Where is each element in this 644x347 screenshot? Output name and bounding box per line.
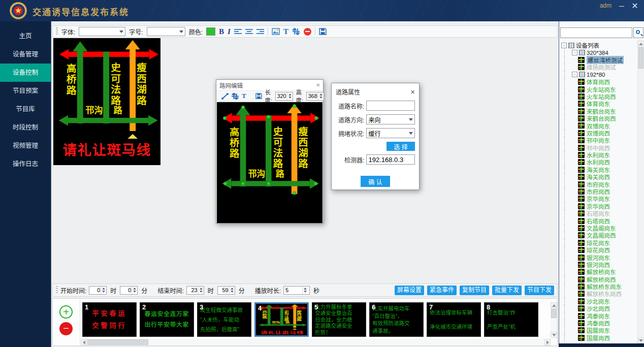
device-tree-item[interactable]: 银河岗西: [564, 261, 637, 268]
dialog-close-icon[interactable]: ×: [410, 88, 415, 96]
spinner-arrows[interactable]: [229, 287, 235, 294]
sign-preview-canvas[interactable]: 高桥路史可法路瘦西湖路邗沟路请礼让斑马线: [53, 38, 160, 165]
spinner-arrows[interactable]: [132, 287, 137, 294]
device-tree-item[interactable]: 市府岗西: [564, 188, 637, 195]
sidebar-item-8[interactable]: 操作日志: [0, 155, 51, 173]
device-tree-item[interactable]: 螺丝湾桥测试: [564, 56, 637, 64]
device-tree-item[interactable]: 解放桥东岗西: [564, 290, 637, 297]
tree-row[interactable]: -320*384: [564, 49, 637, 56]
collapse-icon[interactable]: -: [561, 43, 567, 48]
road-properties-titlebar[interactable]: 道路属性 ×: [336, 86, 415, 97]
device-tree-item[interactable]: 国展岗西: [564, 334, 637, 341]
action-button-1[interactable]: 屏幕设置: [395, 286, 424, 295]
device-tree-scrollbar[interactable]: [637, 41, 644, 343]
device-tree-item[interactable]: 双博岗东: [564, 122, 637, 129]
detector-input[interactable]: [368, 156, 413, 164]
tree-row[interactable]: -192*80: [564, 71, 637, 78]
align-right-icon[interactable]: [256, 28, 264, 35]
color-swatch[interactable]: [206, 27, 215, 36]
end-minute-input[interactable]: [218, 287, 229, 294]
end-hour-input[interactable]: [187, 287, 198, 294]
spinner-arrows[interactable]: [101, 287, 106, 294]
save-icon[interactable]: [319, 28, 327, 35]
device-tree-item[interactable]: 解放桥岗东: [564, 268, 637, 275]
device-tree-item[interactable]: 火车站岗西: [564, 93, 637, 100]
text-tool-button[interactable]: T: [283, 27, 288, 36]
remove-program-button[interactable]: −: [59, 322, 73, 335]
road-direction-select[interactable]: 来向: [366, 114, 415, 124]
spinner-arrows[interactable]: [198, 287, 204, 294]
device-tree-item[interactable]: 解放桥东岗东: [564, 283, 637, 290]
device-tree-item[interactable]: 邗中岗东: [564, 137, 637, 144]
device-tree-item[interactable]: 水利岗东: [564, 151, 637, 159]
spinner-arrows[interactable]: [318, 92, 324, 100]
device-tree-item[interactable]: 鸿泰岗东: [564, 312, 637, 319]
italic-button[interactable]: I: [228, 27, 231, 36]
collapse-icon[interactable]: -: [572, 50, 577, 55]
end-hour-stepper[interactable]: [186, 286, 204, 295]
font-select[interactable]: [79, 27, 125, 36]
edit-handle[interactable]: [223, 116, 227, 120]
device-tree-item[interactable]: 石塔岗西: [564, 217, 637, 224]
align-left-icon[interactable]: [234, 28, 242, 35]
device-tree-item[interactable]: 沙北岗东: [564, 298, 637, 305]
delete-button[interactable]: [304, 28, 311, 36]
program-thumbnail-2[interactable]: 2春运安全连万家出行平安带大家: [140, 302, 194, 337]
program-thumbnail-5[interactable]: 5大力开展秋冬季交通安全整治百日会战，全力稳定道路交通安全形势！: [312, 302, 366, 337]
device-tree-item[interactable]: 市府岗东: [564, 180, 637, 187]
bold-button[interactable]: B: [219, 27, 224, 36]
device-tree-item[interactable]: 鸿泰岗西: [564, 320, 637, 327]
edit-handle[interactable]: [293, 191, 296, 195]
close-button[interactable]: ✕: [630, 1, 640, 11]
device-tree-item[interactable]: 海关岗东: [564, 166, 637, 173]
device-tree-item[interactable]: 双博岗西: [564, 130, 637, 137]
spinner-arrows[interactable]: [302, 287, 308, 294]
program-thumbnail-6[interactable]: 6扎实开展电动车“百日整治”，有效预防道路交通事故。: [369, 302, 424, 337]
road-name-input[interactable]: [368, 102, 413, 109]
action-button-3[interactable]: 复制节目: [460, 286, 489, 295]
device-search-input[interactable]: [560, 27, 632, 38]
action-button-5[interactable]: 节目下发: [525, 286, 554, 295]
align-center-icon[interactable]: [245, 28, 253, 35]
sidebar-item-3[interactable]: 设备控制: [0, 64, 51, 82]
program-thumbnail-4[interactable]: 4高桥路史可法路瘦西湖路邗沟路请礼让斑马线: [254, 302, 309, 337]
device-tree-item[interactable]: 火车站岗东: [564, 85, 637, 92]
minimize-button[interactable]: ─: [617, 1, 627, 11]
end-minute-stepper[interactable]: [217, 286, 235, 295]
font-size-select[interactable]: [147, 27, 185, 36]
height-stepper[interactable]: [306, 92, 324, 101]
length-stepper[interactable]: [275, 92, 293, 101]
height-input[interactable]: [307, 92, 318, 100]
device-tree-item[interactable]: 解放桥岗西: [564, 276, 637, 283]
sidebar-item-7[interactable]: 视频管理: [0, 137, 51, 155]
cross-road-icon[interactable]: [232, 93, 239, 100]
sidebar-item-6[interactable]: 时段控制: [0, 118, 51, 137]
draw-line-icon[interactable]: [221, 93, 229, 100]
toolbar-grip[interactable]: [56, 286, 58, 294]
device-tree-item[interactable]: 体育岗东: [564, 100, 637, 107]
start-hour-stepper[interactable]: [89, 286, 107, 295]
program-thumbnail-1[interactable]: 1平安春运交警同行: [82, 302, 137, 337]
tree-row[interactable]: -设备列表: [560, 42, 637, 49]
action-button-2[interactable]: 紧急事件: [427, 286, 457, 295]
device-tree-item[interactable]: 沙北岗西: [564, 305, 637, 312]
edit-handle[interactable]: [314, 182, 317, 185]
device-tree-item[interactable]: 水利岗西: [564, 159, 637, 166]
sidebar-item-5[interactable]: 节目库: [0, 100, 51, 118]
device-search-button[interactable]: [633, 27, 643, 38]
device-tree-item[interactable]: 琼花岗东: [564, 239, 637, 246]
device-tree-item[interactable]: 银河岗东: [564, 254, 637, 261]
select-button[interactable]: 选 择: [387, 142, 415, 151]
device-tree-item[interactable]: 来鹤台岗西: [564, 115, 637, 122]
save-icon[interactable]: [255, 93, 262, 99]
device-tree-item[interactable]: 文昌阁岗西: [564, 232, 637, 239]
length-input[interactable]: [276, 92, 287, 100]
program-thumbnail-8[interactable]: 8打击整治“炸严查严处“机: [484, 302, 538, 337]
device-tree-item[interactable]: 琼花岗西: [564, 246, 637, 254]
road-edit-canvas[interactable]: 高桥路史可法路瘦西湖路邗沟路: [217, 102, 323, 223]
device-tree-item[interactable]: 海关岗西: [564, 173, 637, 180]
program-thumbnail-7[interactable]: 7依法治理非标车辆净化城市交通环境: [427, 302, 481, 337]
insert-image-icon[interactable]: [272, 28, 280, 35]
device-tree-item[interactable]: 文昌阁岗东: [564, 225, 637, 232]
dialog-close-icon[interactable]: ×: [316, 82, 320, 88]
